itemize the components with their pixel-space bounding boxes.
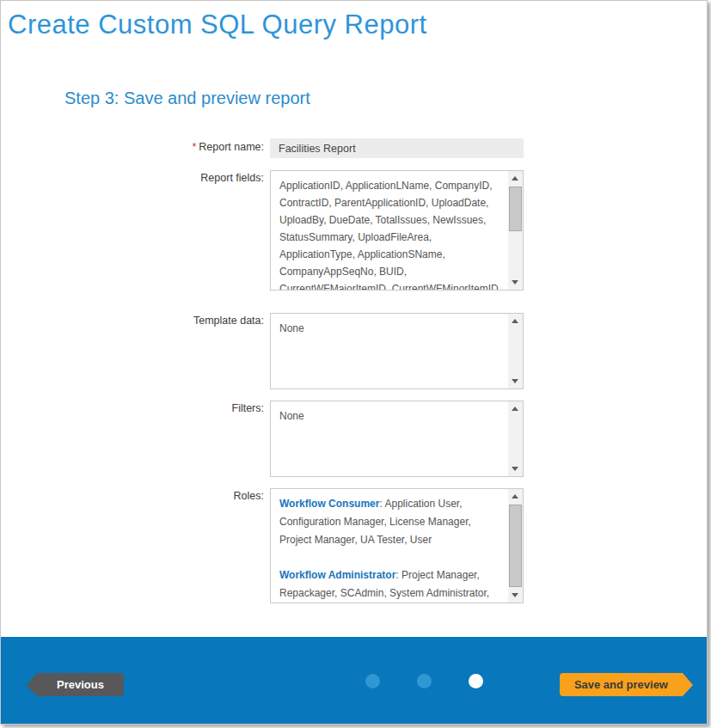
template-data-text: None: [271, 314, 508, 388]
filters-box: None: [270, 401, 524, 477]
template-data-scrollbar[interactable]: [508, 314, 523, 388]
step-dot-1: [365, 674, 380, 688]
report-name-input[interactable]: [270, 138, 524, 158]
scroll-up-arrow-icon[interactable]: [508, 489, 523, 504]
scroll-up-arrow-icon[interactable]: [508, 171, 523, 186]
role-group-name: Workflow Administrator: [279, 569, 395, 581]
scrollbar-thumb[interactable]: [509, 187, 522, 231]
scroll-up-arrow-icon[interactable]: [508, 401, 523, 416]
step-indicator: [365, 674, 483, 688]
role-separator: :: [395, 569, 401, 581]
filters-scrollbar[interactable]: [508, 401, 523, 476]
report-fields-scrollbar[interactable]: [508, 171, 523, 290]
scroll-down-arrow-icon[interactable]: [508, 275, 523, 290]
roles-text: Workflow Consumer: Application User, Con…: [271, 489, 508, 603]
roles-label: Roles:: [1, 488, 270, 603]
filters-label: Filters:: [1, 401, 270, 477]
role-group: Workflow Consumer: Application User, Con…: [279, 495, 506, 549]
roles-box: Workflow Consumer: Application User, Con…: [270, 488, 524, 603]
filters-text: None: [271, 401, 508, 476]
report-fields-box: ApplicationID, ApplicationLName, Company…: [270, 170, 524, 291]
roles-row: Roles: Workflow Consumer: Application Us…: [1, 488, 524, 603]
report-fields-text: ApplicationID, ApplicationLName, Company…: [271, 171, 508, 290]
step-dot-2: [417, 674, 432, 688]
create-report-window: Create Custom SQL Query Report Step 3: S…: [0, 0, 708, 725]
template-data-row: Template data: None: [1, 313, 524, 389]
step-dot-3: [469, 674, 483, 688]
role-group: Workflow Administrator: Project Manager,…: [279, 566, 506, 603]
roles-scrollbar[interactable]: [508, 489, 523, 603]
report-fields-row: Report fields: ApplicationID, Applicatio…: [1, 170, 524, 291]
report-name-row: *Report name:: [1, 138, 524, 158]
page-title: Create Custom SQL Query Report: [8, 9, 427, 40]
scrollbar-thumb[interactable]: [509, 505, 522, 587]
template-data-label: Template data:: [1, 313, 270, 389]
report-name-label: *Report name:: [1, 138, 270, 158]
filters-row: Filters: None: [1, 401, 524, 477]
scroll-down-arrow-icon[interactable]: [508, 588, 523, 603]
scroll-up-arrow-icon[interactable]: [508, 314, 523, 328]
wizard-footer: Previous Save and preview: [1, 637, 707, 724]
save-and-preview-button[interactable]: Save and preview: [560, 673, 683, 696]
previous-button[interactable]: Previous: [37, 673, 124, 696]
scroll-down-arrow-icon[interactable]: [508, 462, 523, 476]
role-group-name: Workflow Consumer: [279, 498, 379, 510]
template-data-box: None: [270, 313, 524, 389]
scroll-down-arrow-icon[interactable]: [508, 374, 523, 388]
report-fields-label: Report fields:: [1, 170, 270, 291]
required-marker: *: [192, 141, 196, 153]
report-name-label-text: Report name:: [199, 141, 264, 153]
step-heading: Step 3: Save and preview report: [64, 89, 310, 108]
